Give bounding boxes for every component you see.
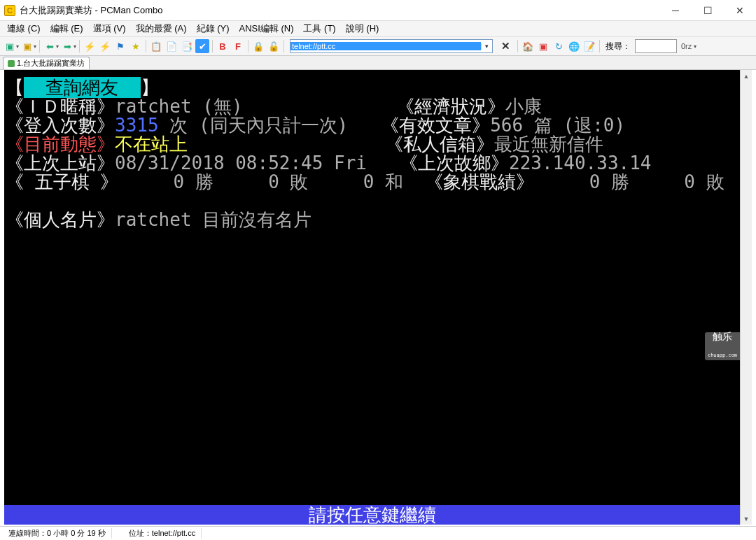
doc-icon[interactable]: 📑 <box>180 39 194 53</box>
check-icon[interactable]: ✔ <box>195 39 209 53</box>
separator <box>79 40 80 52</box>
posts-label: 《有效文章》 <box>381 115 490 136</box>
card-label: 《個人名片》 <box>6 209 115 230</box>
status-value: 不在站上 <box>115 134 188 155</box>
refresh-icon[interactable]: ↻ <box>552 39 566 53</box>
lock2-icon[interactable]: 🔓 <box>267 39 281 53</box>
econ-value: 小康 <box>505 96 542 117</box>
menu-edit[interactable]: 編輯 (E) <box>46 21 88 36</box>
scroll-track[interactable] <box>741 82 752 513</box>
app-window: C 台大批踢踢實業坊 - PCMan Combo ─ ☐ ✕ 連線 (C) 編輯… <box>0 0 756 540</box>
posts-value: 566 篇 (退:0) <box>490 115 625 136</box>
menu-connect[interactable]: 連線 (C) <box>3 21 45 36</box>
window-controls: ─ ☐ ✕ <box>659 0 756 21</box>
maximize-button[interactable]: ☐ <box>692 0 724 21</box>
new-window-icon[interactable]: ▣ <box>20 39 34 53</box>
orz-button[interactable]: 0rz <box>678 42 694 50</box>
gomoku-stats: 0 勝 0 敗 0 和 <box>118 171 403 192</box>
dropdown-icon[interactable]: ▾ <box>34 43 36 50</box>
watermark: 触乐 chuapp.com <box>705 332 740 360</box>
dropdown-icon[interactable]: ▾ <box>56 43 59 50</box>
back-icon[interactable]: ⬅ <box>43 39 57 53</box>
separator <box>248 40 248 52</box>
terminal-area: 【 查詢網友 】 《ＩＤ暱稱》ratchet (無) 《經濟狀況》小康 《登入次… <box>4 70 752 525</box>
footer-prompt: 請按任意鍵繼續 <box>4 505 740 525</box>
bbs-header: 查詢網友 <box>24 77 141 98</box>
tab-ptt[interactable]: 1.台大批踢踢實業坊 <box>3 57 90 69</box>
menu-history[interactable]: 紀錄 (Y) <box>192 21 234 36</box>
chess-stats: 0 勝 0 敗 0 和 <box>534 171 740 192</box>
watermark-sub: chuapp.com <box>708 346 737 365</box>
separator <box>284 40 284 52</box>
forward-icon[interactable]: ➡ <box>60 39 74 53</box>
app-icon: C <box>4 5 15 16</box>
status-label: 《目前動態》 <box>6 134 115 155</box>
titlebar: C 台大批踢踢實業坊 - PCMan Combo ─ ☐ ✕ <box>0 0 756 21</box>
address-dropdown-icon[interactable]: ▾ <box>481 43 492 50</box>
lastlogin-value: 08/31/2018 08:52:45 Fri <box>115 152 367 173</box>
dropdown-icon[interactable]: ▾ <box>16 43 19 50</box>
dropdown-icon[interactable]: ▾ <box>694 43 696 50</box>
gomoku-label: 《 五子棋 》 <box>6 171 118 192</box>
paste-icon[interactable]: 📄 <box>164 39 178 53</box>
window-title: 台大批踢踢實業坊 - PCMan Combo <box>20 4 659 17</box>
menubar: 連線 (C) 編輯 (E) 選項 (V) 我的最愛 (A) 紀錄 (Y) ANS… <box>0 21 756 36</box>
bolt2-icon[interactable]: ⚡ <box>98 39 112 53</box>
chess-label: 《象棋戰績》 <box>425 171 534 192</box>
menu-favorites[interactable]: 我的最愛 (A) <box>132 21 191 36</box>
separator <box>146 40 146 52</box>
separator <box>599 40 600 52</box>
statusbar: 連線時間：0 小時 0 分 19 秒 位址：telnet://ptt.cc <box>0 526 756 540</box>
b-icon[interactable]: B <box>216 39 230 53</box>
tabstrip: 1.台大批踢踢實業坊 <box>0 56 756 70</box>
mail-label: 《私人信箱》 <box>385 134 494 155</box>
lastip-label: 《上次故鄉》 <box>400 152 509 173</box>
toolbar: ▣▾ ▣▾ ⬅▾ ➡▾ ⚡ ⚡ ⚑ ★ 📋 📄 📑 ✔ B F 🔒 🔓 teln… <box>0 36 756 56</box>
note-icon[interactable]: 📝 <box>582 39 596 53</box>
login-label: 《登入次數》 <box>6 115 115 136</box>
flag-icon[interactable]: ⚑ <box>113 39 127 53</box>
status-time: 連線時間：0 小時 0 分 19 秒 <box>3 528 112 539</box>
dropdown-icon[interactable]: ▾ <box>74 43 76 50</box>
watermark-text: 触乐 <box>713 327 732 346</box>
stop-icon[interactable]: ▣ <box>536 39 550 53</box>
address-value: telnet://ptt.cc <box>290 42 481 50</box>
close-button[interactable]: ✕ <box>724 0 756 21</box>
lastlogin-label: 《上次上站》 <box>6 152 115 173</box>
f-icon[interactable]: F <box>231 39 245 53</box>
card-value: ratchet 目前沒有名片 <box>115 209 312 230</box>
id-label: 《ＩＤ暱稱》 <box>6 96 115 117</box>
separator <box>212 40 213 52</box>
copy-icon[interactable]: 📋 <box>149 39 163 53</box>
mail-value: 最近無新信件 <box>494 134 603 155</box>
lastip-value: 223.140.33.14 <box>509 152 652 173</box>
separator <box>39 40 40 52</box>
menu-options[interactable]: 選項 (V) <box>89 21 130 36</box>
menu-tools[interactable]: 工具 (T) <box>299 21 340 36</box>
tab-status-icon <box>8 60 15 67</box>
login-suffix: 次 (同天內只計一次) <box>159 115 349 136</box>
scroll-up-icon[interactable]: ▲ <box>741 70 752 82</box>
star-icon[interactable]: ★ <box>129 39 143 53</box>
search-input[interactable] <box>635 39 677 53</box>
search-label: 搜尋： <box>603 41 634 52</box>
new-tab-icon[interactable]: ▣ <box>3 39 17 53</box>
address-clear-icon[interactable]: ✕ <box>497 40 514 52</box>
address-bar[interactable]: telnet://ptt.cc ▾ <box>290 39 493 53</box>
lock-icon[interactable]: 🔒 <box>251 39 265 53</box>
terminal[interactable]: 【 查詢網友 】 《ＩＤ暱稱》ratchet (無) 《經濟狀況》小康 《登入次… <box>4 70 740 525</box>
menu-help[interactable]: 說明 (H) <box>342 21 384 36</box>
tab-label: 1.台大批踢踢實業坊 <box>17 58 85 69</box>
bolt-icon[interactable]: ⚡ <box>83 39 97 53</box>
menu-ansi[interactable]: ANSI編輯 (N) <box>234 21 298 36</box>
minimize-button[interactable]: ─ <box>659 0 692 21</box>
home-icon[interactable]: 🏠 <box>521 39 535 53</box>
separator <box>517 40 518 52</box>
scrollbar[interactable]: ▲ ▼ <box>740 70 752 525</box>
scroll-down-icon[interactable]: ▼ <box>741 513 752 525</box>
id-value: ratchet (無) <box>115 96 243 117</box>
login-count: 3315 <box>115 115 159 136</box>
econ-label: 《經濟狀況》 <box>396 96 505 117</box>
globe-icon[interactable]: 🌐 <box>567 39 581 53</box>
status-location: 位址：telnet://ptt.cc <box>123 528 202 539</box>
